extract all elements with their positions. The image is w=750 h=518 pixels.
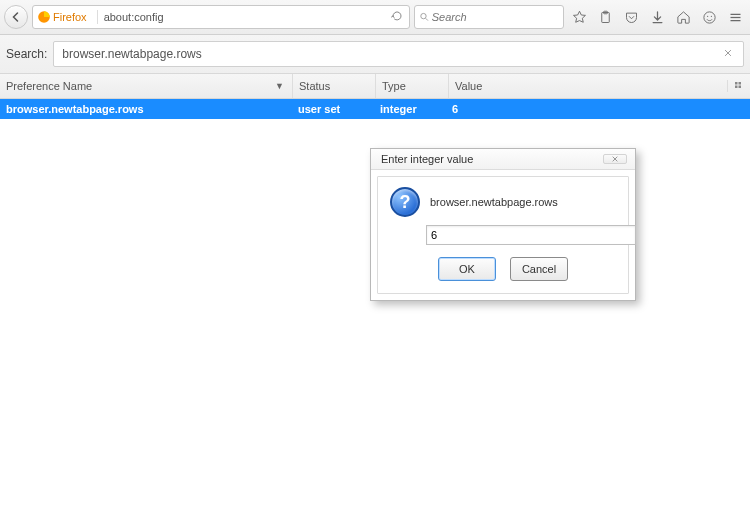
row-pref-name: browser.newtabpage.rows [6,103,144,115]
svg-rect-13 [735,82,738,85]
header-value-label: Value [455,80,482,92]
browser-toolbar: Firefox [0,0,750,35]
dialog-pref-name: browser.newtabpage.rows [430,196,558,208]
svg-point-1 [421,13,426,18]
firefox-icon [37,10,51,24]
config-search-label: Search: [6,47,47,61]
svg-rect-15 [739,82,742,85]
menu-icon[interactable] [724,6,746,28]
star-icon[interactable] [568,6,590,28]
home-icon[interactable] [672,6,694,28]
ok-button-label: OK [459,263,475,275]
close-icon [610,155,620,163]
header-value[interactable]: Value [449,74,727,98]
header-status[interactable]: Status [293,74,376,98]
pocket-icon[interactable] [620,6,642,28]
clipboard-icon[interactable] [594,6,616,28]
question-icon: ? [390,187,420,217]
search-icon [419,11,430,23]
search-bar[interactable] [414,5,564,29]
row-type: integer [380,103,417,115]
svg-rect-16 [739,86,742,89]
table-header: Preference Name ▼ Status Type Value [0,74,750,99]
search-input[interactable] [430,10,559,24]
cancel-button-label: Cancel [522,263,556,275]
dialog-body: ? browser.newtabpage.rows OK Cancel [377,176,629,294]
svg-point-5 [703,11,714,22]
address-bar[interactable]: Firefox [32,5,410,29]
svg-rect-14 [735,86,738,89]
dialog-title-text: Enter integer value [381,153,473,165]
firefox-label: Firefox [53,11,87,23]
separator [97,10,98,24]
cancel-button[interactable]: Cancel [510,257,568,281]
svg-point-6 [707,15,708,16]
header-type[interactable]: Type [376,74,449,98]
downloads-icon[interactable] [646,6,668,28]
reload-icon[interactable] [389,10,405,25]
header-pref-name-label: Preference Name [6,80,92,92]
config-search-row: Search: [0,35,750,74]
header-pref-name[interactable]: Preference Name ▼ [0,74,293,98]
ok-button[interactable]: OK [438,257,496,281]
svg-point-7 [710,15,711,16]
config-search-input[interactable] [60,46,719,62]
sort-arrow-icon: ▼ [275,81,284,91]
column-picker-icon[interactable] [727,80,750,92]
header-type-label: Type [382,80,406,92]
row-status: user set [298,103,340,115]
dialog-close-button[interactable] [603,154,627,164]
header-status-label: Status [299,80,330,92]
dialog-value-input[interactable] [426,225,636,245]
svg-line-2 [426,18,428,20]
smiley-icon[interactable] [698,6,720,28]
table-row[interactable]: browser.newtabpage.rows user set integer… [0,99,750,119]
clear-search-icon[interactable] [719,47,737,61]
dialog-titlebar: Enter integer value [371,149,635,170]
back-button[interactable] [4,5,28,29]
address-input[interactable] [102,10,389,24]
config-search-box[interactable] [53,41,744,67]
integer-dialog: Enter integer value ? browser.newtabpage… [370,148,636,301]
row-value: 6 [452,103,458,115]
